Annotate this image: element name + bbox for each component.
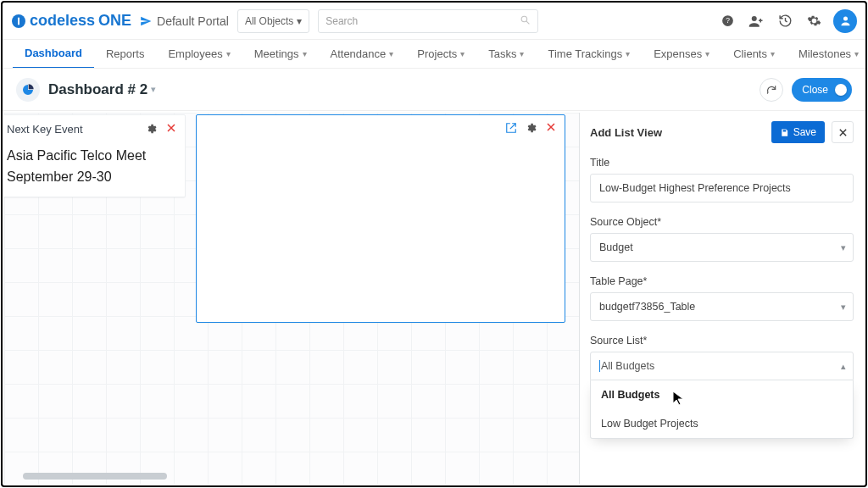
tab-label: Employees <box>168 47 222 60</box>
tab-label: Tasks <box>488 47 516 60</box>
tab-label: Clients <box>733 47 767 60</box>
chevron-down-icon: ▾ <box>520 49 524 58</box>
close-icon <box>838 128 848 137</box>
chevron-down-icon: ▾ <box>626 49 630 58</box>
topbar: codelessONE Default Portal All Objects ▾… <box>3 3 865 40</box>
tab-dashboard[interactable]: Dashboard <box>13 40 94 69</box>
object-scope-select[interactable]: All Objects ▾ <box>237 9 309 33</box>
source-list-combo: All Budgets ▴ All BudgetsLow Budget Proj… <box>590 352 854 439</box>
tab-label: Reports <box>106 47 145 60</box>
widget-title: Next Key Event <box>7 123 83 136</box>
send-icon <box>140 15 152 27</box>
svg-point-7 <box>843 17 848 21</box>
side-panel-add-list-view: Add List View Save Title Low-Budget High… <box>579 113 864 484</box>
open-external-icon[interactable] <box>505 122 517 134</box>
chevron-down-icon: ▾ <box>460 49 465 58</box>
chevron-down-icon: ▾ <box>705 49 709 58</box>
history-icon[interactable] <box>776 12 794 30</box>
top-utilities: ? <box>718 9 857 33</box>
tab-label: Dashboard <box>25 47 82 59</box>
refresh-button[interactable] <box>760 78 783 102</box>
title-value: Low-Budget Highest Preference Projects <box>599 182 791 194</box>
tab-expenses[interactable]: Expenses▾ <box>642 40 721 69</box>
widget-new-listview[interactable] <box>196 114 565 323</box>
tab-milestones[interactable]: Milestones▾ <box>787 40 865 69</box>
mouse-cursor <box>672 391 686 404</box>
horizontal-scrollbar[interactable] <box>23 473 167 480</box>
source-list-value: All Budgets <box>599 360 654 372</box>
search-placeholder: Search <box>326 15 358 27</box>
logo-icon <box>11 14 26 29</box>
tab-attendance[interactable]: Attendance▾ <box>319 40 406 69</box>
gear-icon[interactable] <box>526 122 537 134</box>
source-list-option[interactable]: Low Budget Projects <box>591 409 853 438</box>
tab-label: Expenses <box>654 47 702 60</box>
tab-label: Attendance <box>331 47 387 60</box>
close-edit-toggle[interactable]: Close <box>792 78 852 102</box>
widget-next-key-event[interactable]: Next Key Event Asia Pacific Telco Meet S… <box>4 114 186 197</box>
save-button[interactable]: Save <box>771 121 825 143</box>
label-source-list: Source List* <box>590 335 854 347</box>
help-icon[interactable]: ? <box>718 12 737 30</box>
save-label: Save <box>793 126 816 138</box>
label-table-page: Table Page* <box>590 275 854 287</box>
chevron-down-icon[interactable]: ▾ <box>151 84 156 95</box>
label-source-object: Source Object* <box>590 216 854 228</box>
tab-meetings[interactable]: Meetings▾ <box>242 40 319 69</box>
svg-point-6 <box>752 16 757 21</box>
label-title: Title <box>590 157 854 169</box>
tab-label: Projects <box>417 47 457 60</box>
main-tabs: DashboardReportsEmployees▾Meetings▾Atten… <box>3 40 865 69</box>
chevron-up-icon: ▴ <box>841 361 846 372</box>
title-input[interactable]: Low-Budget Highest Preference Projects <box>590 174 854 202</box>
close-label: Close <box>802 84 828 96</box>
chevron-down-icon: ▾ <box>303 49 307 58</box>
dashboard-header: Dashboard # 2 ▾ Close <box>3 69 865 111</box>
tab-time-trackings[interactable]: Time Trackings▾ <box>536 40 642 69</box>
panel-close-button[interactable] <box>832 121 854 143</box>
source-list-dropdown: All BudgetsLow Budget Projects <box>590 380 854 439</box>
add-user-icon[interactable] <box>747 12 765 30</box>
tab-tasks[interactable]: Tasks▾ <box>476 40 536 69</box>
tab-employees[interactable]: Employees▾ <box>156 40 242 69</box>
tab-label: Time Trackings <box>548 47 622 60</box>
remove-widget-icon[interactable] <box>546 122 556 134</box>
tab-label: Milestones <box>798 47 851 60</box>
gear-icon[interactable] <box>146 123 158 135</box>
svg-text:?: ? <box>726 16 730 25</box>
global-search[interactable]: Search <box>318 9 538 33</box>
brand-b: ONE <box>98 12 131 30</box>
chevron-down-icon: ▾ <box>771 49 775 58</box>
avatar[interactable] <box>833 9 857 33</box>
svg-point-2 <box>521 16 527 22</box>
tab-label: Meetings <box>254 47 299 60</box>
widget-body: Asia Pacific Telco Meet September 29-30 <box>4 142 185 197</box>
tab-clients[interactable]: Clients▾ <box>721 40 787 69</box>
chevron-down-icon: ▾ <box>854 49 859 58</box>
chevron-down-icon: ▾ <box>297 15 302 27</box>
dashboard-title: Dashboard # 2 <box>48 81 147 98</box>
source-list-option[interactable]: All Budgets <box>591 380 853 409</box>
chevron-down-icon: ▾ <box>226 49 231 58</box>
svg-rect-1 <box>18 17 19 25</box>
table-page-value: budgetf73856_Table <box>599 301 695 313</box>
toggle-thumb <box>835 84 847 96</box>
search-icon <box>520 14 531 28</box>
tab-projects[interactable]: Projects▾ <box>405 40 476 69</box>
source-object-value: Budget <box>599 241 633 253</box>
panel-title: Add List View <box>590 126 662 139</box>
svg-line-3 <box>526 21 529 24</box>
app-logo: codelessONE <box>11 12 131 30</box>
source-list-select[interactable]: All Budgets ▴ <box>590 352 854 380</box>
chevron-down-icon: ▾ <box>841 242 846 253</box>
source-object-select[interactable]: Budget ▾ <box>590 233 854 262</box>
portal-switcher[interactable]: Default Portal <box>140 14 229 28</box>
gear-icon[interactable] <box>804 12 823 30</box>
chevron-down-icon: ▾ <box>841 302 846 313</box>
table-page-select[interactable]: budgetf73856_Table ▾ <box>590 292 854 321</box>
remove-widget-icon[interactable] <box>166 123 176 135</box>
tab-reports[interactable]: Reports <box>94 40 157 69</box>
dashboard-chip-icon <box>16 78 40 102</box>
portal-label: Default Portal <box>157 14 229 28</box>
object-scope-label: All Objects <box>245 15 293 27</box>
